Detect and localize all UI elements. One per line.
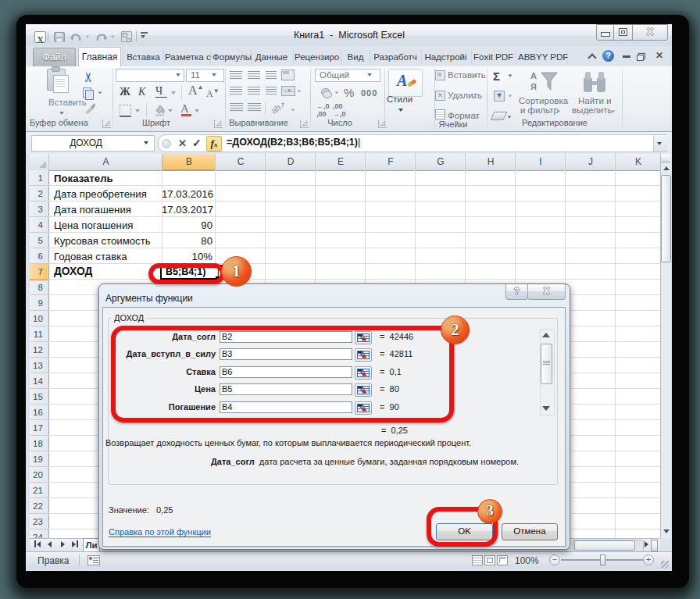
svg-text:Я: Я	[530, 82, 537, 91]
svg-text:А: А	[530, 71, 537, 80]
